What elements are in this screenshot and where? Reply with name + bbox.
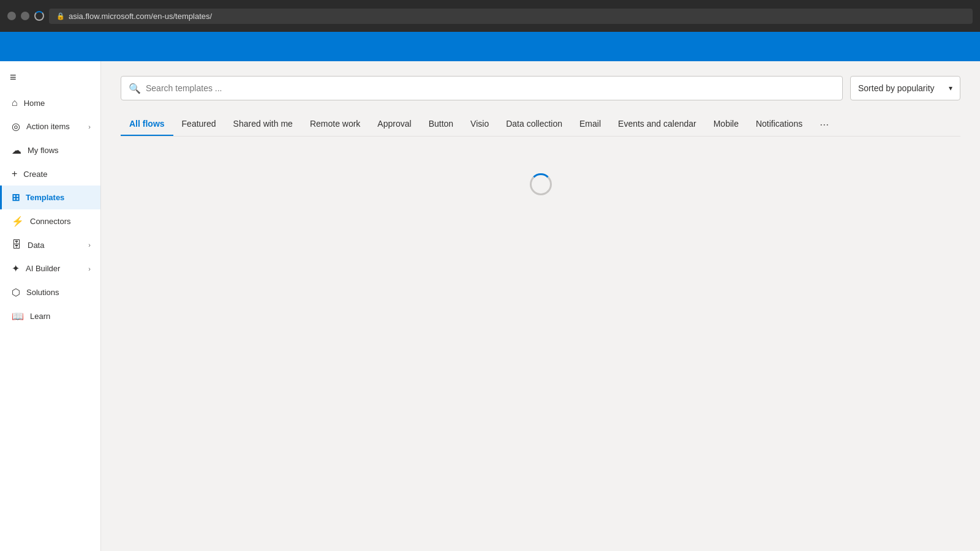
search-box[interactable]: 🔍	[121, 76, 843, 100]
learn-icon: 📖	[12, 310, 24, 322]
tab-data-collection[interactable]: Data collection	[497, 113, 571, 136]
action-items-icon: ◎	[12, 121, 20, 132]
hamburger-icon: ≡	[10, 71, 17, 83]
tab-shared-with-me[interactable]: Shared with me	[225, 113, 301, 136]
content-body	[121, 137, 960, 195]
chevron-icon-action-items: ›	[88, 123, 91, 130]
sidebar-item-ai-builder[interactable]: ✦AI Builder›	[0, 257, 100, 280]
search-input[interactable]	[146, 83, 835, 93]
sidebar-item-learn[interactable]: 📖Learn	[0, 304, 100, 328]
sidebar-item-label-solutions: Solutions	[26, 288, 59, 297]
sidebar-item-connectors[interactable]: ⚡Connectors	[0, 209, 100, 233]
page-loading-indicator	[34, 11, 44, 21]
sidebar-item-label-connectors: Connectors	[30, 217, 70, 226]
tab-featured[interactable]: Featured	[173, 113, 225, 136]
home-icon: ⌂	[12, 97, 18, 108]
search-bar-row: 🔍 Sorted by popularity ▾	[121, 76, 960, 100]
sidebar-item-label-learn: Learn	[30, 312, 50, 321]
tab-email[interactable]: Email	[571, 113, 609, 136]
sidebar-item-label-create: Create	[23, 170, 47, 179]
sidebar-item-create[interactable]: +Create	[0, 162, 100, 186]
browser-chrome: 🔒 asia.flow.microsoft.com/en-us/template…	[0, 0, 980, 32]
sidebar-item-label-action-items: Action items	[26, 122, 70, 131]
sidebar-item-label-data: Data	[28, 241, 44, 250]
tab-mobile[interactable]: Mobile	[705, 113, 747, 136]
chevron-down-icon: ▾	[949, 84, 952, 92]
sidebar-item-my-flows[interactable]: ☁My flows	[0, 138, 100, 162]
sidebar-item-label-templates: Templates	[26, 193, 64, 202]
templates-icon: ⊞	[12, 192, 20, 203]
sidebar: ≡ ⌂Home◎Action items›☁My flows+Create⊞Te…	[0, 61, 101, 551]
forward-button[interactable]	[21, 12, 29, 20]
app-topbar	[0, 32, 980, 61]
sort-dropdown[interactable]: Sorted by popularity ▾	[850, 76, 960, 100]
tab-all-flows[interactable]: All flows	[121, 113, 173, 136]
tab-approval[interactable]: Approval	[369, 113, 420, 136]
sidebar-item-data[interactable]: 🗄Data›	[0, 233, 100, 257]
search-icon: 🔍	[129, 83, 141, 94]
lock-icon: 🔒	[56, 12, 65, 20]
address-bar[interactable]: 🔒 asia.flow.microsoft.com/en-us/template…	[49, 9, 973, 24]
tabs-row: All flowsFeaturedShared with meRemote wo…	[121, 113, 960, 137]
tab-button[interactable]: Button	[420, 113, 462, 136]
ai-builder-icon: ✦	[12, 263, 20, 274]
chevron-icon-ai-builder: ›	[88, 265, 91, 272]
connectors-icon: ⚡	[12, 216, 24, 227]
sidebar-item-label-home: Home	[24, 99, 45, 108]
url-text: asia.flow.microsoft.com/en-us/templates/	[69, 12, 212, 21]
back-button[interactable]	[7, 12, 16, 20]
sidebar-item-solutions[interactable]: ⬡Solutions	[0, 280, 100, 304]
tabs-more-button[interactable]: ···	[813, 113, 835, 136]
sidebar-item-action-items[interactable]: ◎Action items›	[0, 114, 100, 138]
sort-label: Sorted by popularity	[858, 83, 935, 93]
main-content: 🔍 Sorted by popularity ▾ All flowsFeatur…	[101, 61, 980, 551]
loading-spinner	[530, 173, 552, 195]
sidebar-item-templates[interactable]: ⊞Templates	[0, 186, 100, 209]
app-layout: ≡ ⌂Home◎Action items›☁My flows+Create⊞Te…	[0, 61, 980, 551]
tab-notifications[interactable]: Notifications	[747, 113, 811, 136]
data-icon: 🗄	[12, 239, 21, 250]
chevron-icon-data: ›	[88, 241, 91, 249]
solutions-icon: ⬡	[12, 287, 20, 298]
sidebar-item-label-my-flows: My flows	[28, 146, 59, 155]
tab-remote-work[interactable]: Remote work	[301, 113, 369, 136]
hamburger-button[interactable]: ≡	[0, 66, 100, 91]
my-flows-icon: ☁	[12, 144, 21, 156]
sidebar-item-home[interactable]: ⌂Home	[0, 91, 100, 114]
tab-events-calendar[interactable]: Events and calendar	[609, 113, 705, 136]
create-icon: +	[12, 168, 17, 179]
tab-visio[interactable]: Visio	[462, 113, 497, 136]
sidebar-item-label-ai-builder: AI Builder	[26, 264, 60, 273]
